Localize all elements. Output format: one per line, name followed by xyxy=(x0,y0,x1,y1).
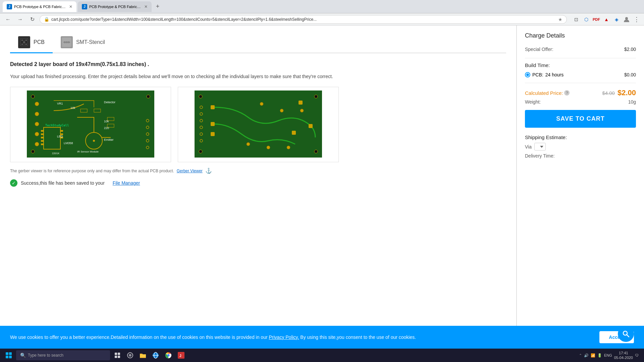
taskbar-search-placeholder: Type here to search xyxy=(28,353,63,358)
browser-toolbar-icons: ⊡ ⬡ PDF ▲ ◈ ⋮ xyxy=(572,15,641,23)
save-to-cart-button[interactable]: SAVE TO CART xyxy=(525,110,636,128)
cortana-icon[interactable] xyxy=(124,349,136,361)
lang-indicator: ENG xyxy=(604,353,612,357)
special-offer-row: Special Offer: $2.00 xyxy=(525,45,636,54)
svg-rect-80 xyxy=(115,353,117,355)
back-button[interactable]: ← xyxy=(3,15,13,24)
page-content: PCB SMT-Stencil Detected 2 layer board o… xyxy=(0,25,644,362)
taskbar-search-icon: 🔍 xyxy=(20,353,26,358)
svg-rect-57 xyxy=(211,122,215,126)
svg-point-64 xyxy=(300,109,304,112)
svg-text:10k: 10k xyxy=(70,106,75,110)
svg-text:220/1K: 220/1K xyxy=(52,152,60,155)
svg-line-79 xyxy=(627,335,629,337)
svg-rect-56 xyxy=(211,105,215,109)
browser-controls-bar: ← → ↻ 🔒 cart.jlcpcb.com/quote?orderType=… xyxy=(0,13,644,25)
svg-point-17 xyxy=(35,112,39,116)
extensions-icon[interactable]: ⬡ xyxy=(582,15,590,23)
extra-icon[interactable]: ◈ xyxy=(612,15,621,23)
notification-icon[interactable]: 🗨 xyxy=(635,353,639,357)
svg-point-65 xyxy=(247,142,250,146)
start-button[interactable] xyxy=(3,349,15,361)
success-banner: ✓ Success,this file has been saved to yo… xyxy=(10,179,506,187)
acrobat-icon[interactable]: ▲ xyxy=(602,15,610,23)
chrome-icon[interactable] xyxy=(162,349,174,361)
tab-smt[interactable]: SMT-Stencil xyxy=(53,32,113,53)
old-price: $4.00 xyxy=(602,90,615,96)
browser-tab-2[interactable]: J PCB Prototype & PCB Fabricati... ✕ xyxy=(78,1,152,12)
browser-tab-bar: J PCB Prototype & PCB Fabricati... ✕ J P… xyxy=(0,0,644,13)
svg-point-35 xyxy=(93,140,95,142)
reload-button[interactable]: ↻ xyxy=(28,15,37,24)
file-explorer-icon[interactable] xyxy=(137,349,149,361)
pcb-label: PCB: xyxy=(532,72,543,77)
build-hours: 24 hours xyxy=(545,72,564,77)
pcb-front-container: TechStudyCell Detector VR1 10k LM358 10k… xyxy=(10,87,171,162)
svg-rect-59 xyxy=(299,101,303,105)
task-view-button[interactable] xyxy=(111,349,123,361)
build-time-radio[interactable] xyxy=(525,72,530,77)
svg-point-47 xyxy=(31,95,35,98)
gerber-reference-note: The gerber viewer is for reference purpo… xyxy=(10,168,506,174)
floating-search-button[interactable] xyxy=(618,326,634,342)
file-manager-link[interactable]: File Manager xyxy=(113,180,140,186)
success-text: Success,this file has been saved to your xyxy=(21,180,105,186)
ie-icon[interactable] xyxy=(150,349,162,361)
svg-point-85 xyxy=(129,354,131,357)
build-cost: $0.00 xyxy=(624,72,636,77)
calc-help-icon[interactable]: ? xyxy=(564,90,570,96)
svg-point-12 xyxy=(64,41,66,43)
gerber-link-icon[interactable]: ⚓ xyxy=(205,168,212,174)
build-time-row: PCB: 24 hours $0.00 xyxy=(525,71,636,79)
pcb-back-container xyxy=(178,87,339,162)
svg-point-18 xyxy=(35,122,39,126)
forward-button[interactable]: → xyxy=(15,15,25,24)
privacy-policy-link[interactable]: Privacy Policy. xyxy=(269,335,299,340)
taskbar: 🔍 Type here to search J xyxy=(0,349,644,362)
battery-icon[interactable]: 🔋 xyxy=(597,353,602,358)
special-offer-value: $2.00 xyxy=(624,47,636,52)
svg-point-13 xyxy=(66,41,68,43)
taskbar-search-box[interactable]: 🔍 Type here to search xyxy=(16,350,110,360)
clock-time: 17:41 xyxy=(619,351,628,355)
svg-rect-24 xyxy=(41,137,44,138)
weight-label: Weight: xyxy=(525,99,541,105)
browser-tab-1[interactable]: J PCB Prototype & PCB Fabricati... ✕ xyxy=(3,1,76,12)
svg-point-90 xyxy=(167,354,170,357)
svg-point-71 xyxy=(314,150,318,153)
app-icon-misc[interactable]: J xyxy=(175,349,187,361)
speaker-icon[interactable]: 🔊 xyxy=(584,353,589,358)
svg-point-16 xyxy=(35,102,39,106)
tab-close-1[interactable]: ✕ xyxy=(69,4,72,9)
svg-rect-23 xyxy=(41,133,44,135)
svg-point-68 xyxy=(199,95,202,98)
new-tab-button[interactable]: + xyxy=(153,2,162,11)
via-select[interactable] xyxy=(534,143,546,150)
tab-favicon-1: J xyxy=(7,4,12,9)
svg-rect-81 xyxy=(118,353,120,355)
special-offer-label: Special Offer: xyxy=(525,47,553,52)
pdf-icon[interactable]: PDF xyxy=(592,15,600,23)
cookie-text: We use cookies to offer you a better exp… xyxy=(10,334,591,341)
tab-close-2[interactable]: ✕ xyxy=(144,4,148,9)
svg-point-0 xyxy=(625,17,628,20)
taskbar-clock[interactable]: 17:41 05-04-2020 xyxy=(614,351,633,360)
taskbar-app-icons: J xyxy=(111,349,187,361)
svg-text:10k: 10k xyxy=(104,120,109,123)
profile-icon[interactable] xyxy=(623,15,631,23)
gerber-note-text: The gerber viewer is for reference purpo… xyxy=(10,169,174,173)
menu-icon[interactable]: ⋮ xyxy=(633,15,641,23)
tray-arrow[interactable]: ⌃ xyxy=(579,353,582,358)
svg-rect-26 xyxy=(41,143,44,145)
pcb-front-image: TechStudyCell Detector VR1 10k LM358 10k… xyxy=(14,90,167,158)
calc-prices: $4.00 $2.00 xyxy=(602,88,636,97)
tab-pcb[interactable]: PCB xyxy=(10,32,53,53)
svg-point-70 xyxy=(199,150,202,153)
tab-label-1: PCB Prototype & PCB Fabricati... xyxy=(14,5,67,9)
network-icon[interactable]: 📶 xyxy=(591,353,595,358)
address-bar[interactable]: 🔒 cart.jlcpcb.com/quote?orderType=1&sten… xyxy=(40,15,567,24)
gerber-viewer-link[interactable]: Gerber Viewer xyxy=(177,169,203,173)
build-time-left: PCB: 24 hours xyxy=(525,72,564,77)
svg-text:IR Sensor Module: IR Sensor Module xyxy=(77,150,99,153)
bookmark-icon[interactable]: ⊡ xyxy=(572,15,580,23)
